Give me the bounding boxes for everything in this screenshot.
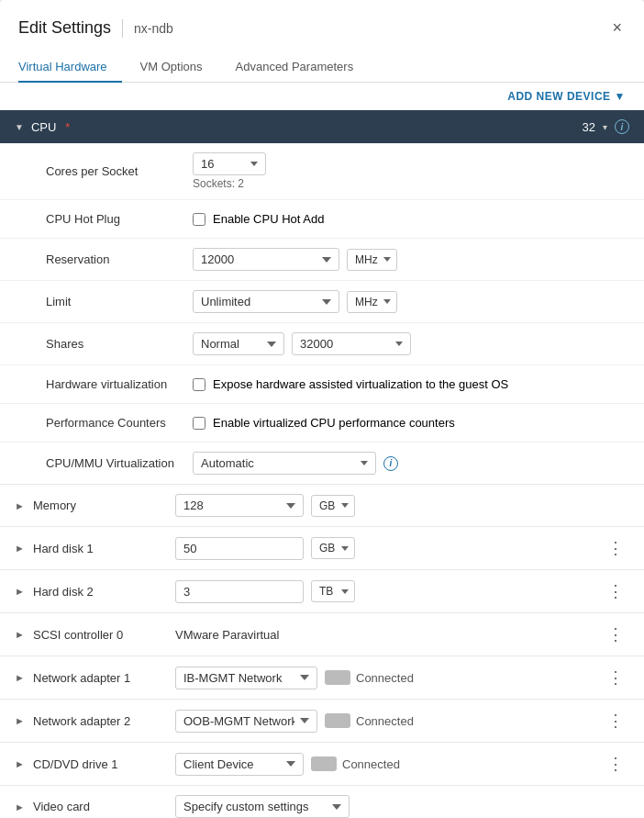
cpu-number: 32 (583, 120, 595, 134)
cpu-mmu-row: CPU/MMU Virtualization Automatic i (0, 443, 644, 484)
video-card-select[interactable]: Specify custom settings (175, 795, 350, 818)
cores-per-socket-select[interactable]: 16 8 4 2 1 (193, 152, 266, 175)
hard-disk-1-input[interactable] (175, 537, 304, 560)
modal-header: Edit Settings nx-ndb × (0, 0, 644, 41)
hard-disk-1-value: GB TB MB (175, 537, 602, 560)
cddvd-status: Connected (342, 757, 400, 771)
reservation-label: Reservation (46, 252, 193, 266)
tab-virtual-hardware[interactable]: Virtual Hardware (18, 52, 122, 83)
hard-disk-2-menu-button[interactable]: ⋮ (602, 579, 629, 603)
network-2-status: Connected (356, 714, 414, 728)
hw-virt-checkbox-row: Expose hardware assisted virtualization … (193, 377, 508, 391)
cpu-value-area: 32 ▾ i (583, 119, 629, 134)
cpu-mmu-info-icon[interactable]: i (383, 456, 398, 471)
network-1-select[interactable]: IB-MGMT Network (175, 667, 317, 689)
hard-disk-1-unit-select[interactable]: GB TB MB (311, 537, 355, 559)
perf-counters-checkbox[interactable] (193, 417, 205, 430)
cores-per-socket-value: 16 8 4 2 1 Sockets: 2 (193, 152, 629, 190)
hard-disk-2-actions: ⋮ (602, 579, 629, 603)
hard-disk-2-row[interactable]: ► Hard disk 2 TB GB MB ⋮ (0, 570, 644, 613)
network-1-actions: ⋮ (602, 666, 629, 689)
hard-disk-2-input[interactable] (175, 580, 304, 603)
cddvd-menu-button[interactable]: ⋮ (602, 752, 629, 776)
cores-col: 16 8 4 2 1 Sockets: 2 (193, 152, 266, 190)
scsi-controller-row[interactable]: ► SCSI controller 0 VMware Paravirtual ⋮ (0, 613, 644, 656)
cpu-dropdown-icon[interactable]: ▾ (603, 122, 607, 132)
memory-unit-select[interactable]: GB MB (311, 495, 355, 517)
memory-value: 128 GB MB (175, 494, 629, 517)
add-new-device-button[interactable]: ADD NEW DEVICE ▼ (507, 90, 626, 103)
shares-value: Normal Low High Custom 32000 (193, 332, 629, 355)
cpu-section-header[interactable]: ▼ CPU * 32 ▾ i (0, 110, 644, 143)
reservation-unit-select[interactable]: MHz GHz (347, 249, 397, 271)
network-1-toggle[interactable] (325, 670, 350, 685)
sockets-sub-text: Sockets: 2 (193, 177, 266, 190)
cddvd-toggle[interactable] (311, 756, 337, 771)
add-device-label: ADD NEW DEVICE (507, 90, 610, 103)
memory-value-select[interactable]: 128 (175, 494, 304, 517)
hard-disk-1-menu-button[interactable]: ⋮ (602, 536, 629, 560)
edit-settings-modal: Edit Settings nx-ndb × Virtual Hardware … (0, 0, 644, 818)
video-card-chevron-icon: ► (15, 801, 33, 812)
cddvd-drive-1-row[interactable]: ► CD/DVD drive 1 Client Device Connected… (0, 743, 644, 786)
hard-disk-2-unit-select[interactable]: TB GB MB (311, 580, 355, 602)
video-card-value: Specify custom settings (175, 795, 629, 818)
network-2-toggle[interactable] (325, 713, 350, 728)
cpu-mmu-select[interactable]: Automatic (193, 452, 376, 475)
cpu-chevron-icon: ▼ (15, 122, 24, 132)
hard-disk-1-label: Hard disk 1 (33, 542, 175, 555)
cpu-hot-add-checkbox[interactable] (193, 213, 205, 226)
network-adapter-1-row[interactable]: ► Network adapter 1 IB-MGMT Network Conn… (0, 656, 644, 700)
perf-counters-checkbox-label: Enable virtualized CPU performance count… (213, 416, 455, 430)
network-adapter-2-row[interactable]: ► Network adapter 2 OOB-MGMT Network Con… (0, 700, 644, 743)
shares-controls: Normal Low High Custom 32000 (193, 332, 411, 355)
memory-chevron-icon: ► (15, 500, 33, 511)
network-1-value: IB-MGMT Network Connected (175, 667, 602, 689)
cpu-hot-plug-label: CPU Hot Plug (46, 212, 193, 226)
cores-per-socket-row: Cores per Socket 16 8 4 2 1 Sockets: 2 (0, 143, 644, 200)
cddvd-select[interactable]: Client Device (175, 753, 304, 776)
limit-input[interactable]: Unlimited (193, 290, 339, 313)
hard-disk-1-row[interactable]: ► Hard disk 1 GB TB MB ⋮ (0, 527, 644, 570)
tab-advanced-parameters[interactable]: Advanced Parameters (236, 52, 369, 83)
limit-label: Limit (46, 295, 193, 308)
cpu-hot-plug-value: Enable CPU Hot Add (193, 212, 629, 226)
cpu-mmu-value: Automatic i (193, 452, 629, 475)
hw-virt-label: Hardware virtualization (46, 377, 193, 391)
cpu-hot-add-checkbox-row: Enable CPU Hot Add (193, 212, 324, 226)
hard-disk-2-chevron-icon: ► (15, 586, 33, 597)
network-1-chevron-icon: ► (15, 672, 33, 683)
hw-virt-checkbox[interactable] (193, 378, 205, 391)
cpu-hot-plug-row: CPU Hot Plug Enable CPU Hot Add (0, 200, 644, 239)
network-2-menu-button[interactable]: ⋮ (602, 709, 629, 733)
limit-value: Unlimited MHz GHz (193, 290, 629, 313)
main-content: ▼ CPU * 32 ▾ i Cores per Socket 16 8 (0, 110, 644, 818)
perf-counters-checkbox-row: Enable virtualized CPU performance count… (193, 416, 455, 430)
hw-virt-row: Hardware virtualization Expose hardware … (0, 365, 644, 404)
scsi-menu-button[interactable]: ⋮ (602, 622, 629, 646)
limit-row: Limit Unlimited MHz GHz (0, 281, 644, 323)
memory-row[interactable]: ► Memory 128 GB MB (0, 485, 644, 527)
perf-counters-value: Enable virtualized CPU performance count… (193, 416, 629, 430)
hard-disk-2-value: TB GB MB (175, 580, 602, 603)
tab-vm-options[interactable]: VM Options (140, 52, 217, 83)
video-card-row[interactable]: ► Video card Specify custom settings (0, 786, 644, 818)
perf-counters-label: Performance Counters (46, 416, 193, 430)
modal-title: Edit Settings (18, 18, 111, 38)
cddvd-value: Client Device Connected (175, 753, 602, 776)
network-2-value: OOB-MGMT Network Connected (175, 710, 602, 733)
limit-unit-select[interactable]: MHz GHz (347, 291, 397, 313)
network-1-menu-button[interactable]: ⋮ (602, 666, 629, 689)
network-2-select[interactable]: OOB-MGMT Network (175, 710, 317, 733)
perf-counters-row: Performance Counters Enable virtualized … (0, 404, 644, 443)
cpu-section-body: Cores per Socket 16 8 4 2 1 Sockets: 2 (0, 143, 644, 485)
shares-value-select[interactable]: 32000 (292, 332, 411, 355)
cpu-info-icon[interactable]: i (615, 119, 629, 134)
network-2-label: Network adapter 2 (33, 714, 175, 728)
cpu-label: CPU (31, 120, 56, 134)
add-device-bar: ADD NEW DEVICE ▼ (0, 83, 644, 110)
close-button[interactable]: × (608, 15, 626, 41)
network-2-chevron-icon: ► (15, 715, 33, 726)
reservation-input[interactable]: 12000 (193, 248, 339, 271)
shares-type-select[interactable]: Normal Low High Custom (193, 332, 284, 355)
